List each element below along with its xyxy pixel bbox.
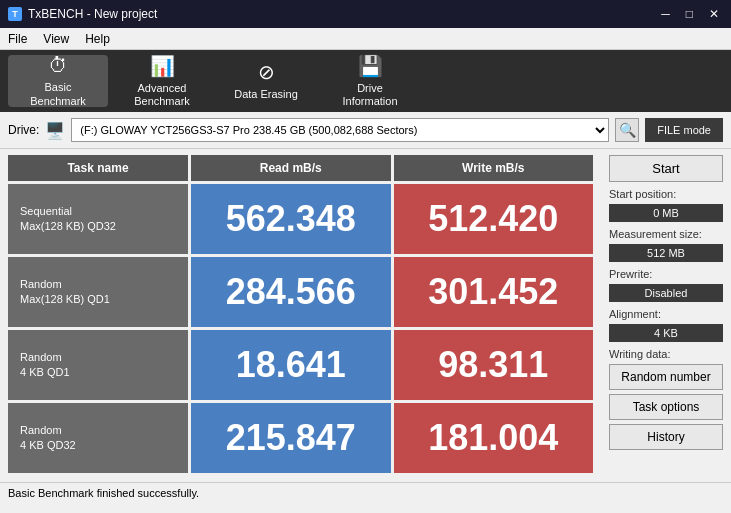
advanced-benchmark-icon: 📊	[150, 54, 175, 78]
measurement-size-label: Measurement size:	[609, 228, 723, 240]
prewrite-value: Disabled	[609, 284, 723, 302]
start-position-label: Start position:	[609, 188, 723, 200]
header-write: Write mB/s	[394, 155, 594, 181]
app-icon: T	[8, 7, 22, 21]
row1-label: SequentialMax(128 KB) QD32	[8, 184, 188, 254]
basic-benchmark-icon: ⏱	[48, 54, 68, 77]
menu-bar: File View Help	[0, 28, 731, 50]
row4-write-value: 181.004	[394, 403, 594, 473]
row4-label-text: Random4 KB QD32	[20, 423, 76, 454]
title-bar-controls: ─ □ ✕	[657, 7, 723, 21]
title-bar: T TxBENCH - New project ─ □ ✕	[0, 0, 731, 28]
menu-help[interactable]: Help	[85, 32, 110, 46]
row3-write-value: 98.311	[394, 330, 594, 400]
drive-label: Drive:	[8, 123, 39, 137]
alignment-value: 4 KB	[609, 324, 723, 342]
drive-information-label: DriveInformation	[342, 82, 397, 108]
table-row: Random4 KB QD32 215.847 181.004	[8, 403, 593, 473]
header-read: Read mB/s	[191, 155, 391, 181]
content-area: Task name Read mB/s Write mB/s Sequentia…	[0, 149, 731, 482]
task-options-button[interactable]: Task options	[609, 394, 723, 420]
data-erasing-label: Data Erasing	[234, 88, 298, 101]
drive-refresh-button[interactable]: 🔍	[615, 118, 639, 142]
benchmark-area: Task name Read mB/s Write mB/s Sequentia…	[0, 149, 601, 482]
prewrite-label: Prewrite:	[609, 268, 723, 280]
table-row: RandomMax(128 KB) QD1 284.566 301.452	[8, 257, 593, 327]
status-text: Basic Benchmark finished successfully.	[8, 487, 199, 499]
row3-label: Random4 KB QD1	[8, 330, 188, 400]
measurement-size-value: 512 MB	[609, 244, 723, 262]
drive-row: Drive: 🖥️ (F:) GLOWAY YCT256GS3-S7 Pro 2…	[0, 112, 731, 149]
row1-write-value: 512.420	[394, 184, 594, 254]
toolbar-basic-benchmark[interactable]: ⏱ BasicBenchmark	[8, 55, 108, 107]
menu-view[interactable]: View	[43, 32, 69, 46]
row4-label: Random4 KB QD32	[8, 403, 188, 473]
header-task-name: Task name	[8, 155, 188, 181]
advanced-benchmark-label: AdvancedBenchmark	[134, 82, 190, 108]
close-button[interactable]: ✕	[705, 7, 723, 21]
drive-icon: 🖥️	[45, 121, 65, 140]
table-row: SequentialMax(128 KB) QD32 562.348 512.4…	[8, 184, 593, 254]
row3-label-text: Random4 KB QD1	[20, 350, 70, 381]
minimize-button[interactable]: ─	[657, 7, 674, 21]
file-mode-button[interactable]: FILE mode	[645, 118, 723, 142]
table-row: Random4 KB QD1 18.641 98.311	[8, 330, 593, 400]
status-bar: Basic Benchmark finished successfully.	[0, 482, 731, 502]
row2-read-value: 284.566	[191, 257, 391, 327]
alignment-label: Alignment:	[609, 308, 723, 320]
row2-label: RandomMax(128 KB) QD1	[8, 257, 188, 327]
right-panel: Start Start position: 0 MB Measurement s…	[601, 149, 731, 482]
menu-file[interactable]: File	[8, 32, 27, 46]
row4-read-value: 215.847	[191, 403, 391, 473]
writing-data-button[interactable]: Random number	[609, 364, 723, 390]
maximize-button[interactable]: □	[682, 7, 697, 21]
toolbar-data-erasing[interactable]: ⊘ Data Erasing	[216, 55, 316, 107]
toolbar-drive-information[interactable]: 💾 DriveInformation	[320, 55, 420, 107]
basic-benchmark-label: BasicBenchmark	[30, 81, 86, 107]
writing-data-label: Writing data:	[609, 348, 723, 360]
title-bar-text: TxBENCH - New project	[28, 7, 157, 21]
row2-write-value: 301.452	[394, 257, 594, 327]
toolbar-advanced-benchmark[interactable]: 📊 AdvancedBenchmark	[112, 55, 212, 107]
row1-label-text: SequentialMax(128 KB) QD32	[20, 204, 116, 235]
start-position-value: 0 MB	[609, 204, 723, 222]
row1-read-value: 562.348	[191, 184, 391, 254]
data-erasing-icon: ⊘	[258, 60, 275, 84]
row3-read-value: 18.641	[191, 330, 391, 400]
start-button[interactable]: Start	[609, 155, 723, 182]
history-button[interactable]: History	[609, 424, 723, 450]
title-bar-left: T TxBENCH - New project	[8, 7, 157, 21]
refresh-icon: 🔍	[619, 122, 636, 138]
row2-label-text: RandomMax(128 KB) QD1	[20, 277, 110, 308]
toolbar: ⏱ BasicBenchmark 📊 AdvancedBenchmark ⊘ D…	[0, 50, 731, 112]
drive-information-icon: 💾	[358, 54, 383, 78]
benchmark-header: Task name Read mB/s Write mB/s	[8, 155, 593, 181]
drive-select[interactable]: (F:) GLOWAY YCT256GS3-S7 Pro 238.45 GB (…	[71, 118, 609, 142]
